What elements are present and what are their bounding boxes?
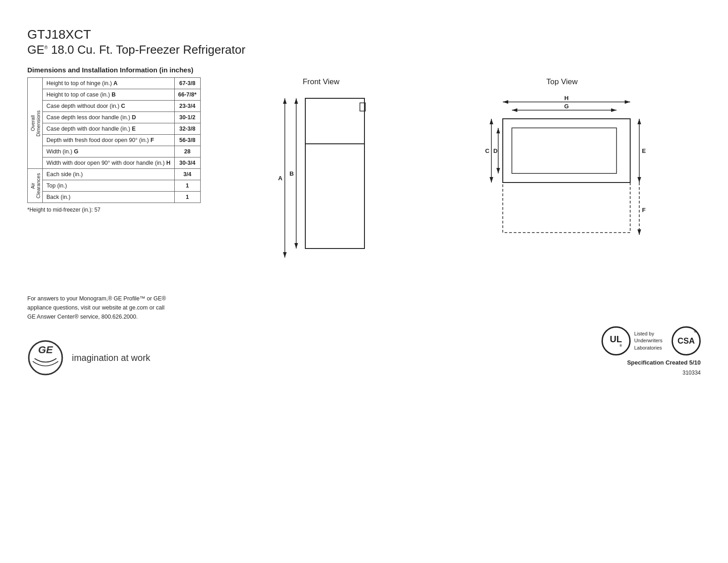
svg-marker-2 xyxy=(283,252,287,258)
row-value: 67-3/8 xyxy=(174,78,200,89)
front-view-svg: A B xyxy=(271,94,371,267)
svg-text:G: G xyxy=(564,103,569,110)
imagination-text: imagination at work xyxy=(72,353,150,363)
table-row: Width (in.) G 28 xyxy=(28,146,201,157)
ge-logo-icon: GE xyxy=(27,340,64,376)
svg-marker-22 xyxy=(490,119,493,124)
svg-text:C: C xyxy=(485,147,490,154)
row-value: 3/4 xyxy=(174,169,200,180)
row-value: 28 xyxy=(174,146,200,157)
svg-marker-26 xyxy=(496,128,500,133)
ul-reg: ® xyxy=(620,344,622,348)
section-heading: Dimensions and Installation Information … xyxy=(27,66,701,74)
ul-logo: UL ® Listed by Underwriters Laboratories xyxy=(602,326,662,355)
svg-rect-20 xyxy=(512,128,617,173)
front-view-title: Front View xyxy=(303,77,339,86)
ul-listed-text: Listed by Underwriters Laboratories xyxy=(634,330,662,351)
row-group-overall: OverallDimensions xyxy=(28,78,43,169)
row-label: Top (in.) xyxy=(43,180,175,192)
ge-logo-area: GE imagination at work xyxy=(27,340,173,376)
svg-text:D: D xyxy=(493,147,497,154)
table-row: Case depth less door handle (in.) D 30-1… xyxy=(28,112,201,123)
top-view-title: Top View xyxy=(546,77,578,86)
table-row: OverallDimensions Height to top of hinge… xyxy=(28,78,201,89)
svg-rect-19 xyxy=(503,119,630,183)
table-row: Back (in.) 1 xyxy=(28,192,201,203)
ul-text: UL xyxy=(610,334,622,344)
svg-marker-12 xyxy=(503,100,508,104)
row-label: Back (in.) xyxy=(43,192,175,203)
svg-marker-1 xyxy=(283,98,287,104)
svg-marker-4 xyxy=(294,98,298,104)
row-label: Case depth with door handle (in.) E xyxy=(43,123,175,135)
row-value: 32-3/8 xyxy=(174,123,200,135)
svg-marker-5 xyxy=(294,243,298,249)
svg-marker-17 xyxy=(611,108,617,112)
spec-created: Specification Created 5/10 xyxy=(627,359,701,366)
svg-text:E: E xyxy=(642,147,646,154)
table-row: AirClearances Each side (in.) 3/4 xyxy=(28,169,201,180)
dimensions-table-wrap: OverallDimensions Height to top of hinge… xyxy=(27,77,201,213)
csa-reg: ® xyxy=(694,330,697,334)
table-row: Height to top of case (in.) B 66-7/8* xyxy=(28,89,201,101)
footnote: *Height to mid-freezer (in.): 57 xyxy=(27,207,201,213)
row-value: 1 xyxy=(174,180,200,192)
row-label: Each side (in.) xyxy=(43,169,175,180)
cert-logos: UL ® Listed by Underwriters Laboratories… xyxy=(602,326,701,355)
row-label: Case depth less door handle (in.) D xyxy=(43,112,175,123)
svg-marker-23 xyxy=(490,177,493,183)
diagrams-area: Front View A B xyxy=(219,77,701,267)
spec-number: 310334 xyxy=(682,370,701,376)
page-title-model: GTJ18XCT xyxy=(27,27,701,42)
svg-marker-31 xyxy=(637,177,641,183)
svg-text:B: B xyxy=(289,170,293,177)
row-value: 1 xyxy=(174,192,200,203)
row-value: 66-7/8* xyxy=(174,89,200,101)
contact-text: For answers to your Monogram,® GE Profil… xyxy=(27,294,173,321)
row-value: 30-1/2 xyxy=(174,112,200,123)
front-view-section: Front View A B xyxy=(271,77,371,267)
svg-text:A: A xyxy=(278,175,283,182)
csa-logo-icon: CSA ® xyxy=(672,326,701,355)
svg-text:H: H xyxy=(564,95,568,101)
main-content: OverallDimensions Height to top of hinge… xyxy=(27,77,701,267)
svg-rect-36 xyxy=(503,183,630,233)
svg-marker-30 xyxy=(637,119,641,124)
svg-rect-6 xyxy=(305,98,364,144)
table-row: Case depth without door (in.) C 23-3/4 xyxy=(28,101,201,112)
csa-text: CSA xyxy=(677,336,695,346)
svg-marker-16 xyxy=(512,108,517,112)
row-group-air: AirClearances xyxy=(28,169,43,203)
svg-marker-13 xyxy=(625,100,630,104)
ul-inner: UL ® xyxy=(610,334,622,348)
row-label: Width with door open 90° with door handl… xyxy=(43,157,175,169)
row-label: Depth with fresh food door open 90° (in.… xyxy=(43,135,175,146)
row-label: Width (in.) G xyxy=(43,146,175,157)
table-row: Top (in.) 1 xyxy=(28,180,201,192)
svg-text:F: F xyxy=(642,207,646,213)
row-label: Height to top of case (in.) B xyxy=(43,89,175,101)
top-view-section: Top View H G C xyxy=(475,77,648,267)
page-title-desc: GE® 18.0 Cu. Ft. Top-Freezer Refrigerato… xyxy=(27,43,701,57)
row-label: Case depth without door (in.) C xyxy=(43,101,175,112)
row-value: 56-3/8 xyxy=(174,135,200,146)
top-view-svg: H G C D xyxy=(475,94,648,267)
bottom-right: UL ® Listed by Underwriters Laboratories… xyxy=(602,326,701,376)
dimensions-table: OverallDimensions Height to top of hinge… xyxy=(27,77,201,203)
svg-marker-34 xyxy=(637,229,641,235)
row-value: 23-3/4 xyxy=(174,101,200,112)
table-row: Width with door open 90° with door handl… xyxy=(28,157,201,169)
row-value: 30-3/4 xyxy=(174,157,200,169)
row-label: Height to top of hinge (in.) A xyxy=(43,78,175,89)
bottom-area: For answers to your Monogram,® GE Profil… xyxy=(27,294,701,376)
svg-marker-27 xyxy=(496,168,500,173)
svg-text:GE: GE xyxy=(38,344,53,355)
table-row: Depth with fresh food door open 90° (in.… xyxy=(28,135,201,146)
table-row: Case depth with door handle (in.) E 32-3… xyxy=(28,123,201,135)
bottom-left: For answers to your Monogram,® GE Profil… xyxy=(27,294,173,376)
ul-circle-icon: UL ® xyxy=(602,326,631,355)
svg-rect-7 xyxy=(305,144,364,249)
